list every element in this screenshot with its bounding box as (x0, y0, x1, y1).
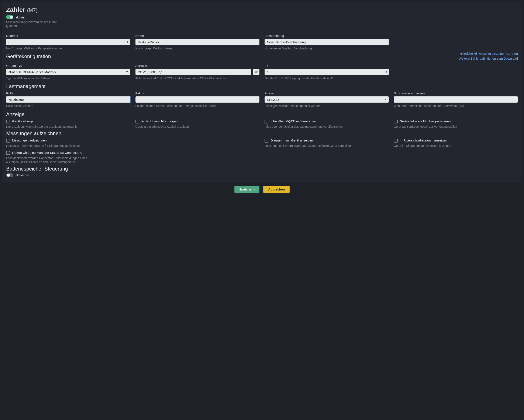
adjust-help: Wert oder Formel zum Addieren auf Stromw… (394, 104, 518, 108)
hide-device-label: Gerät verbergen (12, 119, 35, 123)
description-input[interactable] (264, 39, 389, 45)
record-label: Messungen aufzeichnen (12, 139, 47, 142)
enabled-hint: Falls nicht angehakt wird dieses Gerät i… (6, 20, 61, 28)
mqtt-help: Infos über den Broker des Lastmanagement… (264, 125, 389, 129)
stepper-icon (127, 41, 129, 44)
phases-select[interactable]: L1,L2,L3 (264, 96, 389, 103)
connector0-label: Liefere Charging Manager Status als Conn… (12, 151, 82, 154)
mqtt-checkbox[interactable] (264, 120, 268, 124)
device-type-label: Geräte-Typ (6, 64, 130, 67)
meter-definitions-link[interactable]: Weitere Zählerdefinitionen zum Download (459, 56, 518, 61)
stepper-icon (385, 71, 387, 74)
factor-input[interactable] (135, 96, 260, 103)
overview-diagram-checkbox[interactable] (394, 139, 398, 143)
name-label: Name (135, 34, 260, 38)
mqtt-label: Infos über MQTT veröffentlichen (271, 119, 316, 123)
number-label: Nummer (6, 34, 130, 38)
address-input[interactable] (135, 69, 252, 75)
device-config-section-title: Gerätekonfiguration (6, 53, 51, 59)
address-attach-button[interactable] (253, 69, 260, 75)
separator (6, 31, 518, 31)
phases-help: Festlegen, welche Phasen genutzt werden (264, 104, 389, 108)
chevron-down-icon (125, 70, 129, 74)
record-section-title: Messungen aufzeichnen (6, 130, 518, 136)
address-help: IP Adresse:Port / URL / COM Port & Param… (135, 76, 260, 80)
show-overview-checkbox[interactable] (135, 120, 139, 124)
number-input[interactable]: 8 (6, 39, 130, 45)
device-hints-link[interactable]: Hilfreiche Hinweise zu einzelnen Geräten (459, 51, 518, 56)
description-label: Beschreibung (264, 34, 389, 38)
role-select[interactable]: Netzbezug (6, 96, 130, 103)
id-input[interactable]: 1 (264, 69, 389, 75)
number-help: Nur Anzeige: Wallbox- / Parkplatz-Nummer (6, 46, 130, 50)
save-button[interactable]: Speichern (234, 186, 260, 193)
device-settings-panel: Zähler (M7) aktiviert Falls nicht angeha… (2, 2, 522, 182)
load-management-section-title: Lastmanagement (6, 83, 518, 89)
name-help: Nur Anzeige: Wallbox Name (135, 46, 260, 50)
help-links: Hilfreiche Hinweise zu einzelnen Geräten… (459, 51, 518, 61)
record-help: Leistungs- und Energiewerte für Diagramm… (6, 144, 130, 148)
diagram-label: Diagramm mit Gerät anzeigen (271, 139, 313, 142)
cancel-button[interactable]: Abbrechen (263, 186, 290, 193)
enabled-label: aktiviert (16, 16, 26, 19)
chevron-down-icon (125, 98, 129, 101)
page-title: Zähler (M7) (6, 6, 518, 13)
overview-diagram-help: Gerät im Diagramm der Übersicht anzeigen (394, 144, 518, 148)
battery-enable-toggle[interactable] (6, 173, 13, 177)
factor-help: Faktor mit dem Strom, Leistung und Energ… (135, 104, 260, 108)
paperclip-icon (255, 70, 258, 73)
phases-label: Phasen (264, 92, 389, 95)
id-help: Geräte ID, z.B. OCPP plug ID oder Modbus… (264, 76, 389, 80)
display-section-title: Anzeige (6, 111, 518, 117)
connector0-checkbox[interactable] (6, 151, 10, 155)
dialog-footer: Speichern Abbrechen (2, 182, 522, 195)
show-overview-label: In der Übersicht anzeigen (141, 119, 178, 123)
device-type-title: Zähler (6, 6, 25, 13)
show-overview-help: Gerät in der Übersichts-Kachel anzeigen (135, 125, 260, 129)
hide-device-help: Nur anzeigen, wenn alle Geräte anzeigen … (6, 125, 130, 129)
modbus-publish-help: Gerät als SunSpec Modell zur Verfügung s… (394, 125, 518, 129)
modbus-publish-label: Geräte Infos via Modbus publizieren (400, 119, 451, 123)
connector0-help: Falls deaktiviert, werden Connector 0 St… (6, 156, 95, 164)
battery-section-title: Batteriespeicher Steuerung (6, 166, 518, 172)
modbus-publish-checkbox[interactable] (394, 120, 398, 124)
adjust-input[interactable] (394, 96, 518, 103)
chevron-down-icon (384, 98, 387, 101)
diagram-checkbox[interactable] (264, 139, 268, 143)
diagram-help: Leistungs- und Energiewerte als Diagramm… (264, 144, 389, 148)
id-label: ID (264, 64, 389, 67)
description-help: Nur Anzeige: Wallbox Beschreibung (264, 46, 389, 50)
device-type-help: Typ der Wallbox oder des Zählers (6, 76, 130, 80)
device-id-sub: (M7) (27, 7, 37, 13)
enabled-toggle[interactable] (6, 15, 13, 19)
stepper-icon (256, 98, 258, 101)
overview-diagram-label: Im Übersichtsdiagramm anzeigen (400, 139, 447, 142)
address-label: Adresse (135, 64, 260, 67)
adjust-label: Stromwerte anpassen (394, 92, 518, 95)
battery-enable-label: aktivieren (16, 173, 29, 177)
name-input[interactable] (135, 39, 260, 45)
device-type-select[interactable]: cFos YTL DEM4A Series Modbus (6, 69, 130, 75)
record-checkbox[interactable] (6, 139, 10, 143)
hide-device-checkbox[interactable] (6, 120, 10, 124)
factor-label: Faktor (135, 92, 260, 95)
role-label: Rolle (6, 92, 130, 95)
role-help: Rolle dieses Zählers (6, 104, 130, 108)
